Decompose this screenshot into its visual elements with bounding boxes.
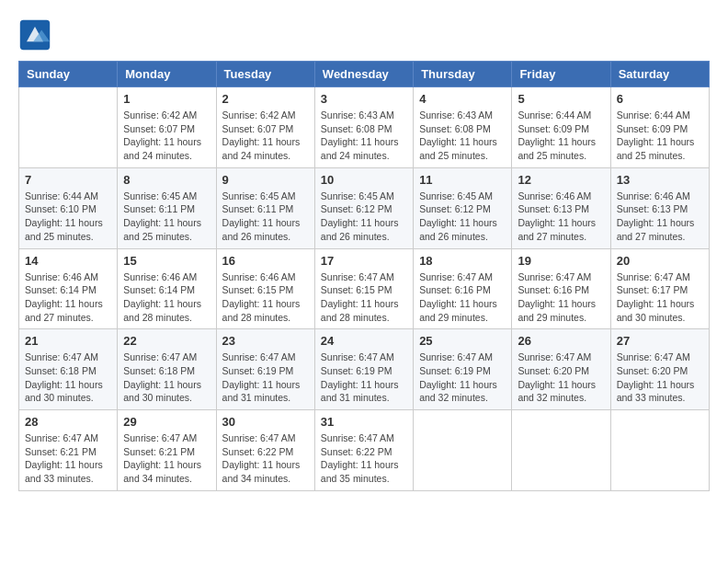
calendar-cell: 7Sunrise: 6:44 AMSunset: 6:10 PMDaylight…	[19, 167, 118, 248]
day-number: 3	[321, 92, 407, 106]
calendar-cell: 6Sunrise: 6:44 AMSunset: 6:09 PMDaylight…	[610, 87, 709, 168]
calendar-row: 21Sunrise: 6:47 AMSunset: 6:18 PMDayligh…	[19, 329, 710, 410]
cell-info: Sunrise: 6:45 AMSunset: 6:12 PMDaylight:…	[321, 190, 407, 244]
day-number: 29	[123, 415, 210, 429]
calendar-cell	[414, 410, 512, 491]
cell-info: Sunrise: 6:44 AMSunset: 6:10 PMDaylight:…	[25, 190, 111, 244]
calendar-cell: 9Sunrise: 6:45 AMSunset: 6:11 PMDaylight…	[216, 167, 314, 248]
calendar-cell	[512, 410, 610, 491]
calendar-cell: 25Sunrise: 6:47 AMSunset: 6:19 PMDayligh…	[414, 329, 512, 410]
calendar-cell: 16Sunrise: 6:46 AMSunset: 6:15 PMDayligh…	[216, 248, 314, 329]
calendar-cell: 12Sunrise: 6:46 AMSunset: 6:13 PMDayligh…	[512, 167, 610, 248]
weekday-header: Monday	[118, 62, 216, 87]
day-number: 24	[321, 334, 407, 348]
day-number: 20	[617, 254, 703, 268]
day-number: 17	[321, 254, 407, 268]
weekday-header: Wednesday	[314, 62, 413, 87]
calendar-cell: 26Sunrise: 6:47 AMSunset: 6:20 PMDayligh…	[512, 329, 610, 410]
logo-icon	[18, 18, 51, 52]
weekday-header: Friday	[512, 62, 610, 87]
day-number: 30	[222, 415, 309, 429]
day-number: 26	[518, 334, 604, 348]
day-number: 31	[321, 415, 407, 429]
cell-info: Sunrise: 6:47 AMSunset: 6:21 PMDaylight:…	[123, 431, 210, 486]
cell-info: Sunrise: 6:45 AMSunset: 6:11 PMDaylight:…	[222, 190, 309, 244]
cell-info: Sunrise: 6:47 AMSunset: 6:22 PMDaylight:…	[321, 431, 407, 486]
weekday-header: Thursday	[414, 62, 512, 87]
cell-info: Sunrise: 6:47 AMSunset: 6:22 PMDaylight:…	[222, 431, 309, 486]
weekday-header: Tuesday	[216, 62, 314, 87]
calendar-cell: 14Sunrise: 6:46 AMSunset: 6:14 PMDayligh…	[19, 248, 118, 329]
logo	[18, 18, 55, 52]
cell-info: Sunrise: 6:44 AMSunset: 6:09 PMDaylight:…	[617, 109, 703, 163]
calendar-cell: 10Sunrise: 6:45 AMSunset: 6:12 PMDayligh…	[314, 167, 413, 248]
cell-info: Sunrise: 6:47 AMSunset: 6:16 PMDaylight:…	[419, 270, 506, 325]
cell-info: Sunrise: 6:45 AMSunset: 6:11 PMDaylight:…	[123, 190, 210, 244]
cell-info: Sunrise: 6:47 AMSunset: 6:18 PMDaylight:…	[123, 350, 210, 405]
day-number: 25	[419, 334, 506, 348]
cell-info: Sunrise: 6:44 AMSunset: 6:09 PMDaylight:…	[518, 109, 604, 163]
cell-info: Sunrise: 6:47 AMSunset: 6:15 PMDaylight:…	[321, 270, 407, 325]
calendar-cell: 3Sunrise: 6:43 AMSunset: 6:08 PMDaylight…	[314, 87, 413, 168]
day-number: 13	[617, 173, 703, 187]
cell-info: Sunrise: 6:47 AMSunset: 6:19 PMDaylight:…	[321, 350, 407, 405]
calendar-row: 14Sunrise: 6:46 AMSunset: 6:14 PMDayligh…	[19, 248, 710, 329]
calendar-cell	[610, 410, 709, 491]
calendar-cell: 4Sunrise: 6:43 AMSunset: 6:08 PMDaylight…	[414, 87, 512, 168]
calendar-cell: 28Sunrise: 6:47 AMSunset: 6:21 PMDayligh…	[19, 410, 118, 491]
day-number: 16	[222, 254, 309, 268]
day-number: 27	[617, 334, 703, 348]
calendar-cell: 21Sunrise: 6:47 AMSunset: 6:18 PMDayligh…	[19, 329, 118, 410]
cell-info: Sunrise: 6:45 AMSunset: 6:12 PMDaylight:…	[419, 190, 506, 244]
cell-info: Sunrise: 6:47 AMSunset: 6:20 PMDaylight:…	[617, 350, 703, 405]
calendar-cell: 24Sunrise: 6:47 AMSunset: 6:19 PMDayligh…	[314, 329, 413, 410]
cell-info: Sunrise: 6:46 AMSunset: 6:14 PMDaylight:…	[25, 270, 111, 325]
calendar-cell: 29Sunrise: 6:47 AMSunset: 6:21 PMDayligh…	[118, 410, 216, 491]
day-number: 2	[222, 92, 309, 106]
day-number: 6	[617, 92, 703, 106]
calendar-row: 28Sunrise: 6:47 AMSunset: 6:21 PMDayligh…	[19, 410, 710, 491]
cell-info: Sunrise: 6:47 AMSunset: 6:18 PMDaylight:…	[25, 350, 111, 405]
calendar-cell: 20Sunrise: 6:47 AMSunset: 6:17 PMDayligh…	[610, 248, 709, 329]
calendar-cell: 30Sunrise: 6:47 AMSunset: 6:22 PMDayligh…	[216, 410, 314, 491]
weekday-header: Saturday	[610, 62, 709, 87]
calendar-cell: 31Sunrise: 6:47 AMSunset: 6:22 PMDayligh…	[314, 410, 413, 491]
cell-info: Sunrise: 6:46 AMSunset: 6:15 PMDaylight:…	[222, 270, 309, 325]
cell-info: Sunrise: 6:47 AMSunset: 6:16 PMDaylight:…	[518, 270, 604, 325]
weekday-header: Sunday	[19, 62, 118, 87]
calendar-row: 1Sunrise: 6:42 AMSunset: 6:07 PMDaylight…	[19, 87, 710, 168]
calendar-cell: 18Sunrise: 6:47 AMSunset: 6:16 PMDayligh…	[414, 248, 512, 329]
cell-info: Sunrise: 6:47 AMSunset: 6:19 PMDaylight:…	[419, 350, 506, 405]
day-number: 22	[123, 334, 210, 348]
cell-info: Sunrise: 6:47 AMSunset: 6:19 PMDaylight:…	[222, 350, 309, 405]
calendar-cell: 27Sunrise: 6:47 AMSunset: 6:20 PMDayligh…	[610, 329, 709, 410]
day-number: 28	[25, 415, 111, 429]
cell-info: Sunrise: 6:47 AMSunset: 6:20 PMDaylight:…	[518, 350, 604, 405]
calendar-cell: 1Sunrise: 6:42 AMSunset: 6:07 PMDaylight…	[118, 87, 216, 168]
day-number: 23	[222, 334, 309, 348]
day-number: 5	[518, 92, 604, 106]
day-number: 1	[123, 92, 210, 106]
calendar-cell: 15Sunrise: 6:46 AMSunset: 6:14 PMDayligh…	[118, 248, 216, 329]
calendar-cell: 13Sunrise: 6:46 AMSunset: 6:13 PMDayligh…	[610, 167, 709, 248]
calendar-cell: 11Sunrise: 6:45 AMSunset: 6:12 PMDayligh…	[414, 167, 512, 248]
page-header	[18, 18, 710, 52]
cell-info: Sunrise: 6:46 AMSunset: 6:14 PMDaylight:…	[123, 270, 210, 325]
day-number: 14	[25, 254, 111, 268]
calendar-cell: 5Sunrise: 6:44 AMSunset: 6:09 PMDaylight…	[512, 87, 610, 168]
calendar-cell	[19, 87, 118, 168]
day-number: 12	[518, 173, 604, 187]
day-number: 21	[25, 334, 111, 348]
cell-info: Sunrise: 6:42 AMSunset: 6:07 PMDaylight:…	[123, 109, 210, 163]
calendar-cell: 22Sunrise: 6:47 AMSunset: 6:18 PMDayligh…	[118, 329, 216, 410]
cell-info: Sunrise: 6:42 AMSunset: 6:07 PMDaylight:…	[222, 109, 309, 163]
cell-info: Sunrise: 6:43 AMSunset: 6:08 PMDaylight:…	[321, 109, 407, 163]
calendar-cell: 8Sunrise: 6:45 AMSunset: 6:11 PMDaylight…	[118, 167, 216, 248]
cell-info: Sunrise: 6:43 AMSunset: 6:08 PMDaylight:…	[419, 109, 506, 163]
cell-info: Sunrise: 6:47 AMSunset: 6:17 PMDaylight:…	[617, 270, 703, 325]
calendar-cell: 17Sunrise: 6:47 AMSunset: 6:15 PMDayligh…	[314, 248, 413, 329]
cell-info: Sunrise: 6:46 AMSunset: 6:13 PMDaylight:…	[518, 190, 604, 244]
cell-info: Sunrise: 6:47 AMSunset: 6:21 PMDaylight:…	[25, 431, 111, 486]
day-number: 11	[419, 173, 506, 187]
day-number: 7	[25, 173, 111, 187]
